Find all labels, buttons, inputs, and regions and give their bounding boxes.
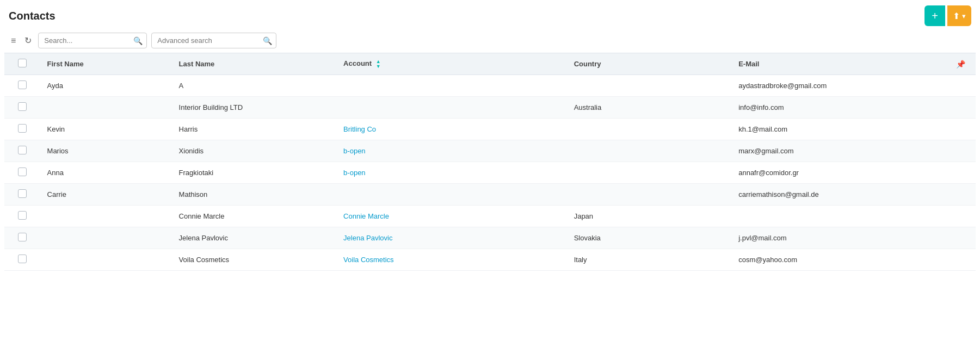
account-link[interactable]: b-open — [343, 169, 365, 177]
cell-first-name — [41, 227, 172, 249]
row-check-cell — [4, 162, 41, 184]
top-bar: Contacts + ⬆ ▾ — [0, 0, 980, 29]
row-checkbox[interactable] — [18, 211, 27, 220]
account-link[interactable]: Jelena Pavlovic — [343, 234, 392, 242]
import-dropdown-icon: ▾ — [962, 12, 966, 20]
cell-email: j.pvl@mail.com — [732, 227, 946, 249]
account-link[interactable]: Connie Marcle — [343, 212, 389, 220]
cell-pin — [946, 140, 976, 162]
cell-first-name: Carrie — [41, 184, 172, 206]
row-check-cell — [4, 97, 41, 119]
cell-last-name: A — [172, 75, 337, 97]
account-link[interactable]: Britling Co — [343, 125, 376, 133]
cell-first-name: Anna — [41, 162, 172, 184]
row-checkbox[interactable] — [18, 124, 27, 133]
advanced-search-input[interactable] — [151, 33, 276, 48]
import-button[interactable]: ⬆ ▾ — [947, 5, 971, 26]
row-checkbox[interactable] — [18, 102, 27, 111]
header-last-name: Last Name — [172, 53, 337, 75]
cell-country — [568, 119, 732, 140]
cell-pin — [946, 206, 976, 227]
cell-country — [568, 140, 732, 162]
cell-last-name: Fragkiotaki — [172, 162, 337, 184]
cell-email: carriemathison@gmail.de — [732, 184, 946, 206]
top-actions: + ⬆ ▾ — [924, 5, 971, 26]
cell-pin — [946, 249, 976, 271]
cell-last-name: Interior Building LTD — [172, 97, 337, 119]
cell-account — [337, 97, 568, 119]
search-input-wrap: 🔍 — [38, 33, 147, 48]
add-button[interactable]: + — [924, 5, 945, 26]
account-link[interactable]: Voila Cosmetics — [343, 256, 393, 264]
row-check-cell — [4, 75, 41, 97]
cell-country: Slovakia — [568, 227, 732, 249]
row-checkbox[interactable] — [18, 146, 27, 154]
refresh-icon[interactable]: ↻ — [22, 33, 34, 48]
menu-icon[interactable]: ≡ — [9, 34, 18, 48]
import-icon: ⬆ — [953, 11, 960, 21]
table-row: CarrieMathisoncarriemathison@gmail.de — [4, 184, 976, 206]
advanced-search-submit-button[interactable]: 🔍 — [263, 36, 272, 45]
page-title: Contacts — [9, 10, 56, 22]
row-check-cell — [4, 227, 41, 249]
row-check-cell — [4, 206, 41, 227]
search-input[interactable] — [38, 33, 147, 48]
cell-pin — [946, 184, 976, 206]
cell-country — [568, 162, 732, 184]
table-row: KevinHarrisBritling Cokh.1@mail.com — [4, 119, 976, 140]
cell-first-name: Marios — [41, 140, 172, 162]
cell-first-name — [41, 206, 172, 227]
row-checkbox[interactable] — [18, 80, 27, 89]
cell-last-name: Xionidis — [172, 140, 337, 162]
table-row: Voila CosmeticsVoila CosmeticsItalycosm@… — [4, 249, 976, 271]
cell-account — [337, 184, 568, 206]
cell-first-name — [41, 249, 172, 271]
header-email: E-Mail — [732, 53, 946, 75]
row-check-cell — [4, 249, 41, 271]
table-body: AydaAaydastradbroke@gmail.comInterior Bu… — [4, 75, 976, 271]
search-submit-button[interactable]: 🔍 — [133, 36, 143, 45]
row-checkbox[interactable] — [18, 233, 27, 241]
cell-email — [732, 206, 946, 227]
row-check-cell — [4, 184, 41, 206]
cell-account[interactable]: b-open — [337, 140, 568, 162]
header-pin: 📌 — [946, 53, 976, 75]
cell-pin — [946, 75, 976, 97]
cell-email: kh.1@mail.com — [732, 119, 946, 140]
cell-last-name: Connie Marcle — [172, 206, 337, 227]
cell-last-name: Voila Cosmetics — [172, 249, 337, 271]
select-all-checkbox[interactable] — [18, 59, 27, 67]
table-header-row: First Name Last Name Account ▲▼ Country … — [4, 53, 976, 75]
header-check — [4, 53, 41, 75]
cell-account[interactable]: b-open — [337, 162, 568, 184]
account-link[interactable]: b-open — [343, 147, 365, 155]
table-row: AnnaFragkiotakib-openannafr@comidor.gr — [4, 162, 976, 184]
cell-country — [568, 184, 732, 206]
row-checkbox[interactable] — [18, 167, 27, 176]
cell-last-name: Mathison — [172, 184, 337, 206]
search-bar: ≡ ↻ 🔍 🔍 — [0, 29, 980, 53]
contacts-table-container: First Name Last Name Account ▲▼ Country … — [0, 53, 980, 271]
cell-country: Japan — [568, 206, 732, 227]
advanced-search-wrap: 🔍 — [151, 33, 276, 48]
contacts-table: First Name Last Name Account ▲▼ Country … — [4, 53, 976, 271]
pin-icon: 📌 — [956, 60, 965, 69]
cell-country: Australia — [568, 97, 732, 119]
cell-account[interactable]: Connie Marcle — [337, 206, 568, 227]
cell-email: cosm@yahoo.com — [732, 249, 946, 271]
row-checkbox[interactable] — [18, 255, 27, 263]
row-check-cell — [4, 140, 41, 162]
row-check-cell — [4, 119, 41, 140]
header-account[interactable]: Account ▲▼ — [337, 53, 568, 75]
cell-account[interactable]: Jelena Pavlovic — [337, 227, 568, 249]
account-sort-icons[interactable]: ▲▼ — [376, 59, 381, 69]
cell-account[interactable]: Britling Co — [337, 119, 568, 140]
cell-first-name: Kevin — [41, 119, 172, 140]
table-row: Connie MarcleConnie MarcleJapan — [4, 206, 976, 227]
cell-pin — [946, 162, 976, 184]
cell-country: Italy — [568, 249, 732, 271]
cell-email: aydastradbroke@gmail.com — [732, 75, 946, 97]
cell-email: info@info.com — [732, 97, 946, 119]
row-checkbox[interactable] — [18, 189, 27, 198]
cell-account[interactable]: Voila Cosmetics — [337, 249, 568, 271]
